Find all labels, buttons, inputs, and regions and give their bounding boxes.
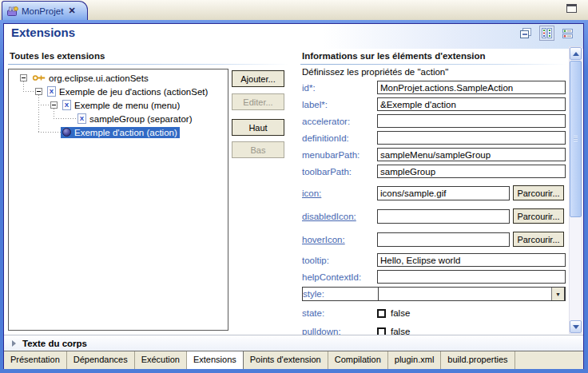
arrow-up-icon	[573, 52, 579, 56]
field-accelerator-input[interactable]	[377, 114, 566, 128]
tree-item-actionsets[interactable]: org.eclipse.ui.actionSets	[9, 71, 228, 85]
bas-button[interactable]: Bas	[232, 141, 284, 158]
editor-tab-monprojet[interactable]: MonProjet ✕	[2, 1, 88, 20]
form-row-style: style:	[302, 287, 566, 301]
field-tooltip-input[interactable]	[377, 253, 566, 267]
field-icon-input[interactable]	[377, 186, 510, 200]
scroll-down-icon[interactable]	[570, 320, 582, 333]
scroll-up-icon[interactable]	[570, 47, 582, 60]
field-state-checkbox[interactable]	[377, 309, 386, 318]
field-style-combo[interactable]	[378, 287, 565, 301]
collapse-expander-icon[interactable]	[50, 101, 58, 109]
tree-item-label: Exemple de jeu d'actions (actionSet)	[59, 87, 208, 97]
tree-item-label: org.eclipse.ui.actionSets	[49, 73, 149, 83]
tree-item-line: Exemple d'action (action)	[61, 127, 180, 138]
bottom-tab-execution[interactable]: Exécution	[135, 351, 187, 369]
field-menubarPath-input[interactable]	[377, 148, 566, 161]
collapse-sections-icon[interactable]	[518, 26, 534, 41]
editer-button[interactable]: Editer...	[232, 93, 284, 110]
bottom-tab-points-extension[interactable]: Points d'extension	[244, 351, 328, 369]
tree-item-separator[interactable]: sampleGroup (separator)	[9, 112, 228, 125]
scrollbar-thumb[interactable]	[570, 61, 582, 217]
scrollbar-vertical[interactable]	[569, 46, 582, 334]
extensions-tree[interactable]: org.eclipse.ui.actionSetsExemple de jeu …	[8, 69, 228, 331]
tree-connector	[54, 118, 76, 119]
left-section-title: Toutes les extensions	[10, 51, 105, 61]
form-row-disabledIcon: disabledIcon:Parcourir...	[302, 208, 566, 224]
horizontal-orientation-icon[interactable]	[539, 26, 554, 41]
field-state-value: false	[391, 308, 410, 318]
field-menubarPath-label: menubarPath:	[302, 150, 377, 160]
field-tooltip-label: tooltip:	[302, 256, 377, 265]
combo-value	[379, 288, 551, 300]
bottom-tab-dependances[interactable]: Dépendances	[67, 351, 135, 369]
field-disabledIcon-browse-button[interactable]: Parcourir...	[513, 208, 564, 224]
bottom-tab-plugin-xml[interactable]: plugin.xml	[388, 351, 442, 369]
field-state-label: state:	[302, 308, 377, 318]
editor-tab-title: MonProjet	[22, 6, 63, 16]
ajouter-button[interactable]: Ajouter...	[232, 70, 284, 87]
field-disabledIcon-label[interactable]: disabledIcon:	[302, 212, 377, 221]
form-header-gradient	[4, 24, 583, 49]
extension-point-icon	[32, 73, 46, 82]
bottom-tab-compilation[interactable]: Compilation	[328, 351, 388, 369]
form-row-icon: icon:Parcourir...	[302, 185, 566, 200]
field-icon-browse-button[interactable]: Parcourir...	[513, 185, 564, 200]
haut-button[interactable]: Haut	[232, 119, 284, 136]
field-label-input[interactable]	[377, 97, 566, 111]
tree-item-line: sampleGroup (separator)	[76, 113, 194, 125]
twistie-collapsed-icon[interactable]	[12, 340, 16, 347]
tree-buttons: Ajouter...Editer...HautBas	[232, 70, 284, 165]
field-icon-label[interactable]: icon:	[302, 188, 377, 198]
form-row-menubarPath: menubarPath:	[302, 148, 566, 161]
eclipse-editor-window: MonProjet ✕ Extensions	[0, 0, 588, 373]
field-hoverIcon-label[interactable]: hoverIcon:	[302, 235, 377, 244]
plugin-icon	[6, 6, 18, 17]
close-icon[interactable]: ✕	[68, 6, 75, 16]
field-definitionId-label: definitionId:	[302, 133, 377, 143]
restore-window-icon[interactable]	[566, 4, 577, 13]
field-definitionId-input[interactable]	[377, 131, 566, 145]
bottom-tab-presentation[interactable]: Présentation	[4, 351, 67, 369]
body-text-label: Texte du corps	[22, 339, 87, 348]
form-row-definitionId: definitionId:	[302, 131, 566, 145]
tree-item-line: Exemple de jeu d'actions (actionSet)	[46, 85, 210, 97]
vertical-orientation-icon[interactable]	[560, 26, 575, 41]
tree-connector	[38, 105, 50, 105]
form-row-hoverIcon: hoverIcon:Parcourir...	[302, 232, 566, 247]
right-section-underline	[300, 64, 567, 65]
form-row-helpContextId: helpContextId:	[302, 270, 566, 284]
field-disabledIcon-input[interactable]	[377, 209, 510, 224]
action-icon	[62, 128, 71, 137]
field-helpContextId-label: helpContextId:	[302, 272, 377, 282]
tree-item-label: Exemple de menu (menu)	[74, 101, 180, 110]
properties-description: Définissez les propriétés de "action"	[302, 67, 448, 77]
field-style-label: style:	[303, 289, 378, 299]
editor-tab-row: MonProjet ✕	[0, 0, 588, 20]
field-toolbarPath-input[interactable]	[377, 165, 566, 178]
tree-connector	[38, 95, 39, 133]
field-id-input[interactable]	[377, 81, 566, 94]
bottom-tab-extensions[interactable]: Extensions	[187, 351, 244, 369]
left-section-underline	[8, 64, 289, 65]
element-icon	[47, 86, 56, 97]
form-row-id: id*:	[302, 81, 566, 94]
collapse-expander-icon[interactable]	[35, 88, 42, 95]
chevron-down-icon[interactable]	[551, 288, 564, 300]
arrow-down-icon	[573, 325, 579, 329]
right-section-title: Informations sur les éléments d'extensio…	[302, 51, 486, 61]
tree-item-line: Exemple de menu (menu)	[61, 99, 182, 111]
field-toolbarPath-label: toolbarPath:	[302, 167, 377, 177]
field-hoverIcon-input[interactable]	[377, 232, 510, 247]
field-helpContextId-input[interactable]	[377, 270, 566, 284]
field-hoverIcon-browse-button[interactable]: Parcourir...	[513, 232, 564, 247]
body-text-section[interactable]: Texte du corps	[4, 335, 583, 351]
field-label-label: label*:	[302, 100, 377, 109]
form-row-label: label*:	[302, 97, 566, 111]
field-id-label: id*:	[302, 83, 377, 93]
collapse-expander-icon[interactable]	[20, 74, 27, 81]
tree-item-actionset[interactable]: Exemple de jeu d'actions (actionSet)	[9, 85, 228, 98]
form-row-accelerator: accelerator:	[302, 114, 566, 128]
tree-connector	[38, 132, 61, 133]
bottom-tab-build-properties[interactable]: build.properties	[441, 351, 514, 369]
